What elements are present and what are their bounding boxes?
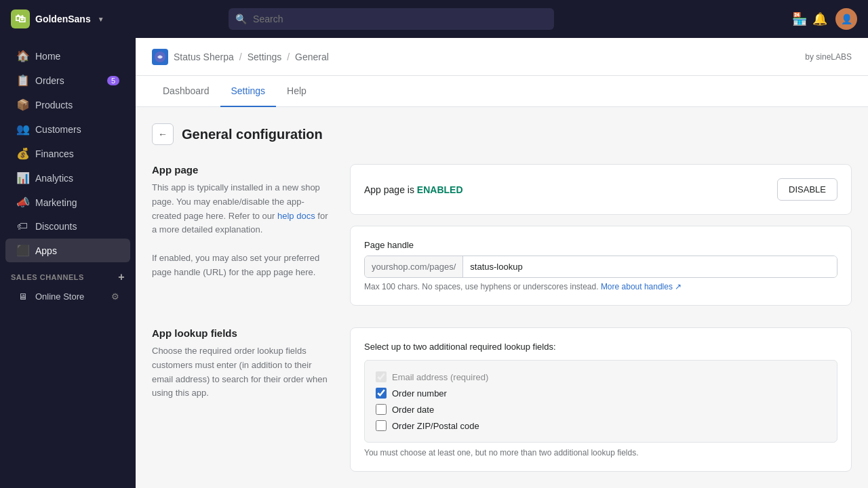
page-title: General configuration — [182, 127, 323, 142]
sidebar-label-orders: Orders — [35, 75, 64, 86]
handle-input[interactable] — [463, 256, 837, 277]
sidebar-item-home[interactable]: 🏠 Home — [5, 44, 130, 68]
sidebar-label-discounts: Discounts — [35, 221, 77, 232]
sidebar-item-apps[interactable]: ⬛ Apps — [5, 239, 130, 262]
lookup-left: App lookup fields Choose the required or… — [152, 327, 328, 472]
lookup-card-title: Select up to two additional required loo… — [364, 342, 837, 352]
order-number-checkbox[interactable] — [376, 388, 387, 399]
app-by: by sineLABS — [805, 52, 852, 62]
status-row: App page is ENABLED DISABLE — [364, 178, 837, 201]
sales-channels-section: SALES CHANNELS + — [0, 263, 136, 286]
sidebar-label-products: Products — [35, 100, 73, 110]
orders-icon: 📋 — [16, 74, 28, 87]
breadcrumb-sep2: / — [287, 52, 290, 62]
lookup-desc: Choose the required order lookup fields … — [152, 344, 328, 401]
shopify-logo: 🛍 — [11, 9, 30, 28]
topbar-icons: 🏪 🔔 — [792, 12, 827, 26]
brand-chevron-icon: ▼ — [98, 16, 104, 23]
breadcrumb-app-name: Status Sherpa — [174, 52, 234, 62]
sidebar-item-orders[interactable]: 📋 Orders 5 — [5, 68, 130, 92]
email-label: Email address (required) — [392, 372, 488, 382]
tab-settings[interactable]: Settings — [220, 76, 277, 107]
finances-icon: 💰 — [16, 147, 28, 160]
app-logo — [152, 49, 168, 65]
order-number-row[interactable]: Order number — [376, 388, 826, 399]
breadcrumb-settings: Settings — [248, 52, 282, 62]
app-page-section: App page This app is typically installed… — [152, 164, 852, 306]
app-page-title: App page — [152, 164, 328, 176]
handle-input-row: yourshop.com/pages/ — [364, 256, 837, 278]
analytics-icon: 📊 — [16, 171, 28, 184]
breadcrumb-general: General — [295, 52, 329, 62]
order-date-checkbox[interactable] — [376, 404, 387, 415]
online-store-icon: 🖥 — [16, 291, 28, 302]
lookup-right: Select up to two additional required loo… — [350, 327, 852, 472]
breadcrumb-sep1: / — [239, 52, 242, 62]
app-page-desc3: If enabled, you may also set your prefer… — [152, 253, 319, 277]
sidebar-item-marketing[interactable]: 📣 Marketing — [5, 190, 130, 214]
breadcrumb: Status Sherpa / Settings / General — [152, 49, 329, 65]
page-handle-label: Page handle — [364, 240, 837, 250]
lookup-hint: You must choose at least one, but no mor… — [364, 448, 837, 458]
marketing-icon: 📣 — [16, 196, 28, 209]
avatar[interactable]: 👤 — [835, 8, 857, 30]
more-about-handles-link[interactable]: More about handles ↗ — [601, 282, 682, 291]
sidebar-label-online-store: Online Store — [35, 291, 84, 302]
zip-checkbox[interactable] — [376, 420, 387, 431]
back-button[interactable]: ← — [152, 123, 174, 145]
app-page-left: App page This app is typically installed… — [152, 164, 328, 306]
app-page-desc: This app is typically installed in a new… — [152, 181, 328, 280]
order-date-label: Order date — [392, 405, 434, 415]
tab-dashboard[interactable]: Dashboard — [152, 76, 220, 107]
sidebar-item-customers[interactable]: 👥 Customers — [5, 117, 130, 141]
sidebar-label-home: Home — [35, 51, 60, 62]
disable-button[interactable]: DISABLE — [777, 178, 837, 201]
zip-label: Order ZIP/Postal code — [392, 421, 479, 431]
order-number-label: Order number — [392, 388, 447, 399]
sidebar-item-products[interactable]: 📦 Products — [5, 93, 130, 117]
store-icon[interactable]: 🏪 — [792, 12, 807, 26]
brand[interactable]: 🛍 GoldenSans ▼ — [11, 9, 104, 28]
sidebar: 🏠 Home 📋 Orders 5 📦 Products 👥 Customers… — [0, 38, 136, 488]
content-area: ← General configuration App page This ap… — [136, 107, 868, 488]
sidebar-label-customers: Customers — [35, 124, 81, 135]
email-row: Email address (required) — [376, 371, 826, 382]
order-date-row[interactable]: Order date — [376, 404, 826, 415]
zip-row[interactable]: Order ZIP/Postal code — [376, 420, 826, 431]
content-header: ← General configuration — [152, 123, 852, 145]
handle-hint: Max 100 chars. No spaces, use hyphens or… — [364, 282, 837, 291]
lookup-fields-card: Email address (required) Order number Or… — [364, 360, 837, 443]
discounts-icon: 🏷 — [16, 220, 28, 232]
app-page-right: App page is ENABLED DISABLE Page handle … — [350, 164, 852, 306]
brand-name: GoldenSans — [35, 14, 91, 24]
sidebar-label-apps: Apps — [35, 245, 57, 256]
sales-channels-label: SALES CHANNELS — [11, 273, 84, 281]
search-input[interactable] — [229, 8, 554, 30]
sidebar-item-discounts[interactable]: 🏷 Discounts — [5, 215, 130, 238]
help-docs-link[interactable]: help docs — [277, 211, 315, 221]
main-content: Status Sherpa / Settings / General by si… — [136, 38, 868, 488]
lookup-section: App lookup fields Choose the required or… — [152, 327, 852, 472]
search-bar: 🔍 — [229, 8, 554, 30]
sidebar-label-finances: Finances — [35, 148, 74, 159]
lookup-title: App lookup fields — [152, 327, 328, 339]
home-icon: 🏠 — [16, 49, 28, 62]
tab-help[interactable]: Help — [276, 76, 317, 107]
sidebar-item-finances[interactable]: 💰 Finances — [5, 142, 130, 165]
sidebar-label-analytics: Analytics — [35, 173, 73, 184]
handle-prefix: yourshop.com/pages/ — [365, 256, 463, 277]
online-store-settings-icon[interactable]: ⚙ — [111, 291, 119, 302]
tabs: Dashboard Settings Help — [136, 76, 868, 107]
topbar-right: 🏪 🔔 👤 — [792, 8, 857, 30]
sidebar-item-online-store[interactable]: 🖥 Online Store ⚙ — [5, 287, 130, 306]
sidebar-item-analytics[interactable]: 📊 Analytics — [5, 166, 130, 190]
products-icon: 📦 — [16, 98, 28, 111]
email-checkbox — [376, 371, 387, 382]
app-header: Status Sherpa / Settings / General by si… — [136, 38, 868, 76]
add-sales-channel-icon[interactable]: + — [118, 271, 125, 283]
topbar: 🛍 GoldenSans ▼ 🔍 🏪 🔔 👤 — [0, 0, 868, 38]
notification-icon[interactable]: 🔔 — [812, 12, 827, 26]
orders-badge: 5 — [107, 76, 119, 85]
search-icon: 🔍 — [235, 14, 247, 24]
apps-icon: ⬛ — [16, 244, 28, 257]
